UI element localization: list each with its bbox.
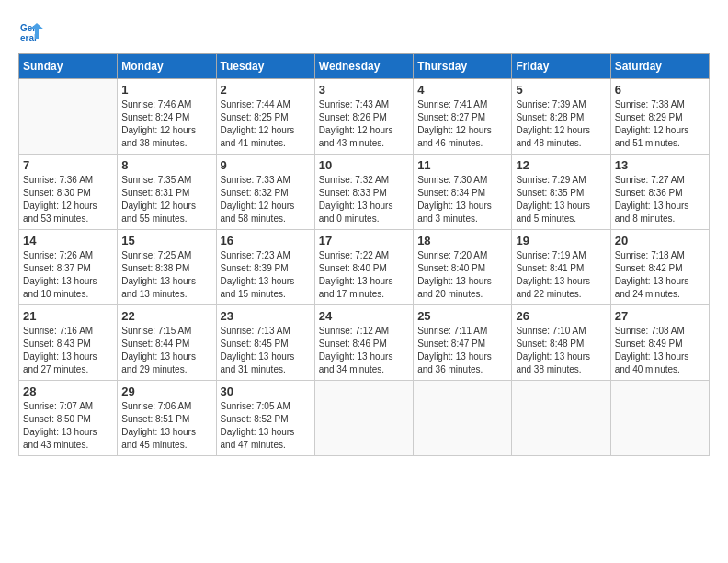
day-info: Sunrise: 7:46 AM Sunset: 8:24 PM Dayligh… (121, 98, 211, 150)
day-number: 2 (221, 83, 311, 97)
day-cell: 5Sunrise: 7:39 AM Sunset: 8:28 PM Daylig… (512, 79, 610, 155)
day-cell: 21Sunrise: 7:16 AM Sunset: 8:43 PM Dayli… (19, 305, 118, 381)
day-info: Sunrise: 7:27 AM Sunset: 8:36 PM Dayligh… (615, 174, 705, 225)
day-cell: 8Sunrise: 7:35 AM Sunset: 8:31 PM Daylig… (118, 155, 216, 230)
day-cell (314, 381, 413, 456)
week-row-2: 7Sunrise: 7:36 AM Sunset: 8:30 PM Daylig… (19, 155, 710, 230)
header-cell-friday: Friday (512, 54, 610, 79)
day-number: 29 (121, 385, 211, 398)
day-info: Sunrise: 7:16 AM Sunset: 8:43 PM Dayligh… (23, 325, 113, 376)
day-cell: 25Sunrise: 7:11 AM Sunset: 8:47 PM Dayli… (414, 305, 512, 381)
day-cell: 16Sunrise: 7:23 AM Sunset: 8:39 PM Dayli… (216, 230, 314, 305)
day-info: Sunrise: 7:29 AM Sunset: 8:35 PM Dayligh… (516, 174, 606, 225)
day-info: Sunrise: 7:41 AM Sunset: 8:27 PM Dayligh… (417, 98, 507, 150)
header-cell-sunday: Sunday (19, 54, 118, 79)
day-number: 16 (221, 234, 311, 247)
day-number: 26 (516, 309, 606, 323)
svg-text:eral: eral (20, 33, 37, 43)
day-cell: 26Sunrise: 7:10 AM Sunset: 8:48 PM Dayli… (512, 305, 610, 381)
header-cell-thursday: Thursday (414, 54, 512, 79)
calendar-body: 1Sunrise: 7:46 AM Sunset: 8:24 PM Daylig… (19, 79, 710, 456)
day-number: 9 (221, 158, 311, 172)
day-number: 14 (23, 234, 113, 247)
day-cell (512, 381, 610, 456)
day-cell: 10Sunrise: 7:32 AM Sunset: 8:33 PM Dayli… (314, 155, 413, 230)
day-number: 8 (121, 158, 211, 172)
day-number: 4 (417, 83, 507, 97)
day-number: 13 (615, 158, 705, 172)
day-number: 28 (23, 385, 113, 398)
week-row-4: 21Sunrise: 7:16 AM Sunset: 8:43 PM Dayli… (19, 305, 710, 381)
day-number: 18 (417, 234, 507, 247)
day-info: Sunrise: 7:15 AM Sunset: 8:44 PM Dayligh… (121, 325, 211, 376)
day-cell: 19Sunrise: 7:19 AM Sunset: 8:41 PM Dayli… (512, 230, 610, 305)
day-info: Sunrise: 7:05 AM Sunset: 8:52 PM Dayligh… (221, 400, 311, 452)
day-info: Sunrise: 7:08 AM Sunset: 8:49 PM Dayligh… (615, 325, 705, 376)
day-cell: 4Sunrise: 7:41 AM Sunset: 8:27 PM Daylig… (414, 79, 512, 155)
day-number: 3 (319, 83, 409, 97)
day-number: 23 (221, 309, 311, 323)
day-info: Sunrise: 7:10 AM Sunset: 8:48 PM Dayligh… (516, 325, 606, 376)
day-cell: 23Sunrise: 7:13 AM Sunset: 8:45 PM Dayli… (216, 305, 314, 381)
day-number: 24 (319, 309, 409, 323)
day-number: 10 (319, 158, 409, 172)
logo-icon: Gen eral (18, 18, 44, 44)
day-cell: 12Sunrise: 7:29 AM Sunset: 8:35 PM Dayli… (512, 155, 610, 230)
day-info: Sunrise: 7:23 AM Sunset: 8:39 PM Dayligh… (221, 249, 311, 301)
day-info: Sunrise: 7:18 AM Sunset: 8:42 PM Dayligh… (615, 249, 705, 301)
day-info: Sunrise: 7:11 AM Sunset: 8:47 PM Dayligh… (417, 325, 507, 376)
day-info: Sunrise: 7:36 AM Sunset: 8:30 PM Dayligh… (23, 174, 113, 225)
day-info: Sunrise: 7:06 AM Sunset: 8:51 PM Dayligh… (121, 400, 211, 452)
day-number: 1 (121, 83, 211, 97)
day-info: Sunrise: 7:44 AM Sunset: 8:25 PM Dayligh… (221, 98, 311, 150)
logo: Gen eral (18, 18, 46, 44)
day-cell: 15Sunrise: 7:25 AM Sunset: 8:38 PM Dayli… (118, 230, 216, 305)
day-info: Sunrise: 7:26 AM Sunset: 8:37 PM Dayligh… (23, 249, 113, 301)
day-number: 6 (615, 83, 705, 97)
day-number: 11 (417, 158, 507, 172)
day-info: Sunrise: 7:22 AM Sunset: 8:40 PM Dayligh… (319, 249, 409, 301)
day-info: Sunrise: 7:13 AM Sunset: 8:45 PM Dayligh… (221, 325, 311, 376)
day-info: Sunrise: 7:38 AM Sunset: 8:29 PM Dayligh… (615, 98, 705, 150)
calendar-table: SundayMondayTuesdayWednesdayThursdayFrid… (18, 53, 710, 456)
day-number: 20 (615, 234, 705, 247)
day-cell: 27Sunrise: 7:08 AM Sunset: 8:49 PM Dayli… (610, 305, 709, 381)
day-cell: 14Sunrise: 7:26 AM Sunset: 8:37 PM Dayli… (19, 230, 118, 305)
day-number: 25 (417, 309, 507, 323)
day-cell: 13Sunrise: 7:27 AM Sunset: 8:36 PM Dayli… (610, 155, 709, 230)
day-cell: 7Sunrise: 7:36 AM Sunset: 8:30 PM Daylig… (19, 155, 118, 230)
day-cell: 28Sunrise: 7:07 AM Sunset: 8:50 PM Dayli… (19, 381, 118, 456)
day-cell: 3Sunrise: 7:43 AM Sunset: 8:26 PM Daylig… (314, 79, 413, 155)
day-cell: 18Sunrise: 7:20 AM Sunset: 8:40 PM Dayli… (414, 230, 512, 305)
day-info: Sunrise: 7:43 AM Sunset: 8:26 PM Dayligh… (319, 98, 409, 150)
day-cell (414, 381, 512, 456)
day-cell: 6Sunrise: 7:38 AM Sunset: 8:29 PM Daylig… (610, 79, 709, 155)
header-cell-tuesday: Tuesday (216, 54, 314, 79)
day-info: Sunrise: 7:39 AM Sunset: 8:28 PM Dayligh… (516, 98, 606, 150)
day-number: 17 (319, 234, 409, 247)
day-info: Sunrise: 7:07 AM Sunset: 8:50 PM Dayligh… (23, 400, 113, 452)
day-number: 5 (516, 83, 606, 97)
day-number: 15 (121, 234, 211, 247)
day-cell: 20Sunrise: 7:18 AM Sunset: 8:42 PM Dayli… (610, 230, 709, 305)
day-number: 27 (615, 309, 705, 323)
day-cell (19, 79, 118, 155)
day-cell: 2Sunrise: 7:44 AM Sunset: 8:25 PM Daylig… (216, 79, 314, 155)
day-cell: 30Sunrise: 7:05 AM Sunset: 8:52 PM Dayli… (216, 381, 314, 456)
header-cell-monday: Monday (118, 54, 216, 79)
header-cell-wednesday: Wednesday (314, 54, 413, 79)
day-number: 21 (23, 309, 113, 323)
day-cell: 17Sunrise: 7:22 AM Sunset: 8:40 PM Dayli… (314, 230, 413, 305)
week-row-1: 1Sunrise: 7:46 AM Sunset: 8:24 PM Daylig… (19, 79, 710, 155)
header-row: SundayMondayTuesdayWednesdayThursdayFrid… (19, 54, 710, 79)
day-info: Sunrise: 7:19 AM Sunset: 8:41 PM Dayligh… (516, 249, 606, 301)
day-number: 7 (23, 158, 113, 172)
day-cell: 1Sunrise: 7:46 AM Sunset: 8:24 PM Daylig… (118, 79, 216, 155)
calendar-header: SundayMondayTuesdayWednesdayThursdayFrid… (19, 54, 710, 79)
day-cell: 24Sunrise: 7:12 AM Sunset: 8:46 PM Dayli… (314, 305, 413, 381)
day-cell: 11Sunrise: 7:30 AM Sunset: 8:34 PM Dayli… (414, 155, 512, 230)
day-number: 22 (121, 309, 211, 323)
day-cell (610, 381, 709, 456)
day-number: 19 (516, 234, 606, 247)
week-row-3: 14Sunrise: 7:26 AM Sunset: 8:37 PM Dayli… (19, 230, 710, 305)
